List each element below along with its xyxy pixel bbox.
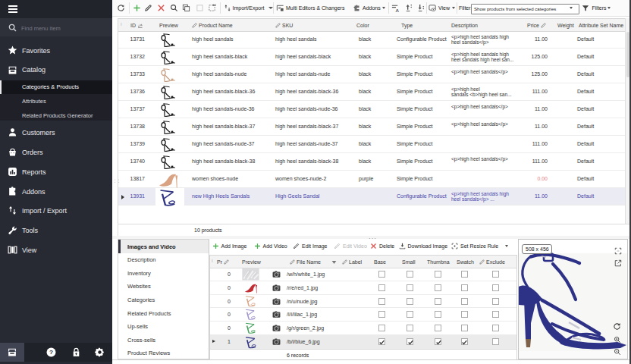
svg-text:A: A xyxy=(395,8,399,12)
svg-text:?: ? xyxy=(49,349,53,356)
